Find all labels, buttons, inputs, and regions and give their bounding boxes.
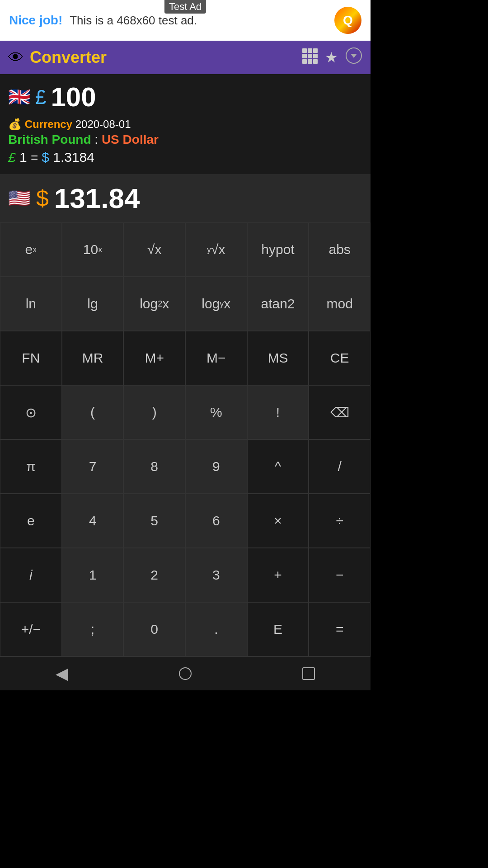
conversion-row1: 💰 Currency 2020-08-01 (8, 118, 362, 131)
key-3[interactable]: 3 (185, 548, 247, 602)
to-currency: US Dollar (102, 132, 159, 146)
key-factorial[interactable]: ! (247, 385, 309, 439)
to-sym: $ (42, 150, 49, 165)
star-button[interactable]: ★ (325, 49, 338, 66)
key-ms[interactable]: MS (247, 331, 309, 385)
equals-sign: = (31, 151, 42, 165)
input-value: 100 (51, 81, 96, 113)
conversion-info: 💰 Currency 2020-08-01 British Pound : US… (8, 118, 362, 165)
toolbar-icons: ★ (301, 47, 362, 68)
key-backspace[interactable]: ⌫ (309, 385, 371, 439)
key-mod[interactable]: mod (309, 277, 371, 331)
svg-rect-8 (313, 59, 318, 64)
key-log2[interactable]: log2x (123, 277, 185, 331)
output-section: 🇺🇸 $ 131.84 (0, 174, 371, 222)
key-6[interactable]: 6 (185, 494, 247, 548)
key-plus[interactable]: + (247, 548, 309, 602)
key-5[interactable]: 5 (123, 494, 185, 548)
key-mminus[interactable]: M− (185, 331, 247, 385)
key-ln[interactable]: ln (0, 277, 62, 331)
svg-rect-2 (313, 48, 318, 53)
separator: : (94, 132, 102, 146)
back-button[interactable]: ◀ (56, 664, 68, 683)
key-0[interactable]: 0 (123, 602, 185, 656)
key-i[interactable]: i (0, 548, 62, 602)
key-percent[interactable]: % (185, 385, 247, 439)
key-lg[interactable]: lg (62, 277, 124, 331)
key-ex[interactable]: ex (0, 222, 62, 277)
key-divide[interactable]: / (309, 439, 371, 494)
recent-button[interactable] (302, 667, 315, 680)
key-pi[interactable]: π (0, 439, 62, 494)
key-yroot[interactable]: y√x (185, 222, 247, 277)
currency-icon: 💰 (8, 118, 22, 130)
key-2[interactable]: 2 (123, 548, 185, 602)
svg-rect-6 (302, 59, 307, 64)
key-target[interactable]: ⊙ (0, 385, 62, 439)
home-button[interactable] (179, 667, 192, 680)
from-sym: £ (8, 150, 16, 165)
key-plusminus[interactable]: +/− (0, 602, 62, 656)
conv-one: 1 (19, 150, 31, 165)
key-rparen[interactable]: ) (123, 385, 185, 439)
rate-value: 1.3184 (53, 150, 94, 165)
key-e[interactable]: e (0, 494, 62, 548)
currency-label: Currency (25, 118, 72, 130)
keyboard: ex10x√xy√xhypotabslnlglog2xlogyxatan2mod… (0, 222, 371, 656)
ad-nice-text: Nice job! (9, 13, 62, 28)
ad-icon: Q (334, 7, 361, 34)
result-section: 🇬🇧 £ 100 💰 Currency 2020-08-01 British P… (0, 74, 371, 174)
key-ce[interactable]: CE (309, 331, 371, 385)
ad-label: Test Ad (164, 0, 206, 14)
key-atan2[interactable]: atan2 (247, 277, 309, 331)
toolbar: 👁 Converter ★ (0, 41, 371, 74)
output-value: 131.84 (54, 182, 140, 214)
svg-rect-1 (308, 48, 312, 53)
key-mr[interactable]: MR (62, 331, 124, 385)
key-power[interactable]: ^ (247, 439, 309, 494)
key-8[interactable]: 8 (123, 439, 185, 494)
conversion-date: 2020-08-01 (75, 118, 131, 130)
eye-icon: 👁 (8, 49, 23, 66)
svg-rect-7 (308, 59, 312, 64)
key-10x[interactable]: 10x (62, 222, 124, 277)
key-hypot[interactable]: hypot (247, 222, 309, 277)
conversion-row3: £ 1 = $ 1.3184 (8, 150, 362, 165)
key-multiply[interactable]: × (247, 494, 309, 548)
nav-bar: ◀ (0, 656, 371, 690)
key-minus[interactable]: − (309, 548, 371, 602)
key-lparen[interactable]: ( (62, 385, 124, 439)
key-semicolon[interactable]: ; (62, 602, 124, 656)
svg-rect-3 (302, 54, 307, 58)
from-currency: British Pound (8, 132, 91, 146)
grid-button[interactable] (301, 47, 318, 67)
ad-banner: Test Ad Nice job! This is a 468x60 test … (0, 0, 371, 41)
dropdown-button[interactable] (345, 47, 362, 68)
key-7[interactable]: 7 (62, 439, 124, 494)
key-fn[interactable]: FN (0, 331, 62, 385)
output-flag: 🇺🇸 (8, 188, 31, 209)
svg-rect-0 (302, 48, 307, 53)
input-flag: 🇬🇧 (8, 86, 31, 108)
key-mplus[interactable]: M+ (123, 331, 185, 385)
key-1[interactable]: 1 (62, 548, 124, 602)
key-exp[interactable]: E (247, 602, 309, 656)
svg-marker-10 (351, 54, 357, 58)
key-sqrt[interactable]: √x (123, 222, 185, 277)
key-logy[interactable]: logyx (185, 277, 247, 331)
key-9[interactable]: 9 (185, 439, 247, 494)
key-divop[interactable]: ÷ (309, 494, 371, 548)
key-abs[interactable]: abs (309, 222, 371, 277)
app-title: Converter (30, 48, 295, 67)
conversion-row2: British Pound : US Dollar (8, 132, 362, 147)
svg-rect-5 (313, 54, 318, 58)
input-display: 🇬🇧 £ 100 (8, 81, 362, 113)
key-4[interactable]: 4 (62, 494, 124, 548)
input-currency-symbol: £ (35, 86, 46, 108)
key-dot[interactable]: . (185, 602, 247, 656)
svg-rect-4 (308, 54, 312, 58)
ad-description: This is a 468x60 test ad. (70, 14, 197, 28)
output-currency-symbol: $ (36, 185, 49, 212)
key-equals[interactable]: = (309, 602, 371, 656)
